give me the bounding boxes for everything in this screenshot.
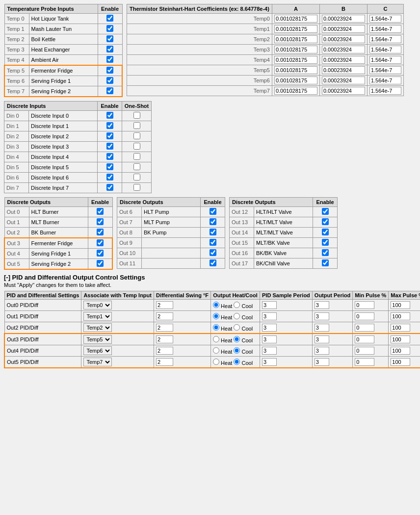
temp-enable-checkbox[interactable]: [106, 56, 113, 63]
pid-temp-select[interactable]: Temp0Temp1Temp2Temp3Temp4Temp5Temp6Temp7: [83, 301, 112, 309]
therm-c-input[interactable]: [369, 87, 401, 95]
pid-min-pulse-input[interactable]: [355, 335, 374, 343]
pid-temp-select[interactable]: Temp0Temp1Temp2Temp3Temp4Temp5Temp6Temp7: [83, 323, 112, 332]
pid-swing-input[interactable]: [156, 324, 173, 332]
pid-swing-input[interactable]: [156, 301, 173, 309]
pid-swing-input[interactable]: [156, 335, 173, 343]
di-enable-checkbox[interactable]: [106, 184, 113, 191]
do-enable-checkbox[interactable]: [210, 229, 216, 235]
therm-b-input[interactable]: [322, 15, 365, 23]
pid-min-pulse-input[interactable]: [355, 347, 374, 355]
do-enable-checkbox[interactable]: [210, 259, 216, 266]
temp-enable-checkbox[interactable]: [106, 77, 113, 84]
pid-sample-input[interactable]: [262, 347, 277, 355]
pid-sample-input[interactable]: [262, 324, 277, 332]
pid-swing-input[interactable]: [156, 312, 173, 320]
pid-max-pulse-input[interactable]: [391, 324, 410, 332]
do-enable-checkbox[interactable]: [97, 260, 104, 267]
pid-max-pulse-input[interactable]: [391, 358, 410, 366]
do-enable-checkbox[interactable]: [322, 259, 329, 266]
therm-a-input[interactable]: [274, 15, 317, 23]
pid-min-pulse-input[interactable]: [355, 324, 374, 332]
pid-heat-radio[interactable]: [213, 324, 219, 331]
di-oneshot-checkbox[interactable]: [133, 153, 140, 160]
temp-enable-checkbox[interactable]: [106, 25, 113, 32]
pid-heat-radio[interactable]: [213, 313, 219, 319]
pid-max-pulse-input[interactable]: [391, 347, 410, 355]
pid-min-pulse-input[interactable]: [355, 312, 374, 320]
di-oneshot-checkbox[interactable]: [133, 132, 140, 139]
do-enable-checkbox[interactable]: [210, 208, 216, 215]
pid-max-pulse-input[interactable]: [391, 335, 410, 343]
pid-cool-radio[interactable]: [234, 359, 240, 365]
do-enable-checkbox[interactable]: [322, 218, 329, 225]
do-enable-checkbox[interactable]: [97, 239, 104, 246]
therm-b-input[interactable]: [322, 77, 365, 84]
pid-min-pulse-input[interactable]: [355, 301, 374, 309]
di-enable-checkbox[interactable]: [106, 163, 113, 170]
di-oneshot-checkbox[interactable]: [133, 163, 140, 170]
di-oneshot-checkbox[interactable]: [133, 143, 140, 150]
pid-temp-select[interactable]: Temp0Temp1Temp2Temp3Temp4Temp5Temp6Temp7: [83, 358, 112, 366]
di-enable-checkbox[interactable]: [106, 143, 113, 150]
temp-enable-checkbox[interactable]: [106, 67, 113, 74]
pid-cool-radio[interactable]: [234, 336, 240, 342]
di-enable-checkbox[interactable]: [106, 132, 113, 139]
pid-cool-radio[interactable]: [234, 347, 240, 354]
do-enable-checkbox[interactable]: [97, 218, 104, 225]
do-enable-checkbox[interactable]: [322, 229, 329, 235]
pid-sample-input[interactable]: [262, 358, 277, 366]
do-enable-checkbox[interactable]: [210, 249, 216, 256]
therm-c-input[interactable]: [369, 77, 401, 84]
di-oneshot-checkbox[interactable]: [133, 112, 140, 119]
di-oneshot-checkbox[interactable]: [133, 122, 140, 129]
pid-heat-radio[interactable]: [213, 336, 219, 342]
do-enable-checkbox[interactable]: [210, 218, 216, 225]
therm-b-input[interactable]: [322, 46, 365, 53]
temp-enable-checkbox[interactable]: [106, 15, 113, 22]
therm-c-input[interactable]: [369, 15, 401, 23]
pid-max-pulse-input[interactable]: [391, 312, 410, 320]
pid-swing-input[interactable]: [156, 358, 173, 366]
pid-output-period-input[interactable]: [315, 335, 329, 343]
therm-c-input[interactable]: [369, 46, 401, 53]
pid-output-period-input[interactable]: [315, 358, 329, 366]
do-enable-checkbox[interactable]: [210, 239, 216, 246]
pid-sample-input[interactable]: [262, 301, 277, 309]
temp-enable-checkbox[interactable]: [106, 35, 113, 42]
pid-cool-radio[interactable]: [234, 324, 240, 331]
pid-temp-select[interactable]: Temp0Temp1Temp2Temp3Temp4Temp5Temp6Temp7: [83, 312, 112, 321]
do-enable-checkbox[interactable]: [322, 208, 329, 215]
pid-output-period-input[interactable]: [315, 324, 329, 332]
pid-cool-radio[interactable]: [234, 313, 240, 319]
therm-c-input[interactable]: [369, 66, 401, 74]
pid-max-pulse-input[interactable]: [391, 301, 410, 309]
pid-swing-input[interactable]: [156, 347, 173, 355]
therm-b-input[interactable]: [322, 25, 365, 33]
therm-a-input[interactable]: [274, 66, 317, 74]
di-enable-checkbox[interactable]: [106, 122, 113, 129]
pid-min-pulse-input[interactable]: [355, 358, 374, 366]
do-enable-checkbox[interactable]: [322, 239, 329, 246]
therm-a-input[interactable]: [274, 77, 317, 84]
temp-enable-checkbox[interactable]: [106, 87, 113, 94]
pid-temp-select[interactable]: Temp0Temp1Temp2Temp3Temp4Temp5Temp6Temp7: [83, 335, 112, 344]
di-oneshot-checkbox[interactable]: [133, 174, 140, 180]
do-enable-checkbox[interactable]: [97, 229, 104, 235]
therm-c-input[interactable]: [369, 25, 401, 33]
therm-b-input[interactable]: [322, 56, 365, 64]
temp-enable-checkbox[interactable]: [106, 46, 113, 52]
pid-heat-radio[interactable]: [213, 302, 219, 308]
therm-c-input[interactable]: [369, 56, 401, 64]
therm-a-input[interactable]: [274, 25, 317, 33]
therm-a-input[interactable]: [274, 35, 317, 43]
di-enable-checkbox[interactable]: [106, 174, 113, 180]
therm-b-input[interactable]: [322, 35, 365, 43]
di-enable-checkbox[interactable]: [106, 153, 113, 160]
therm-a-input[interactable]: [274, 46, 317, 53]
therm-b-input[interactable]: [322, 66, 365, 74]
do-enable-checkbox[interactable]: [97, 250, 104, 257]
pid-output-period-input[interactable]: [315, 347, 329, 355]
pid-cool-radio[interactable]: [234, 302, 240, 308]
pid-temp-select[interactable]: Temp0Temp1Temp2Temp3Temp4Temp5Temp6Temp7: [83, 346, 112, 355]
